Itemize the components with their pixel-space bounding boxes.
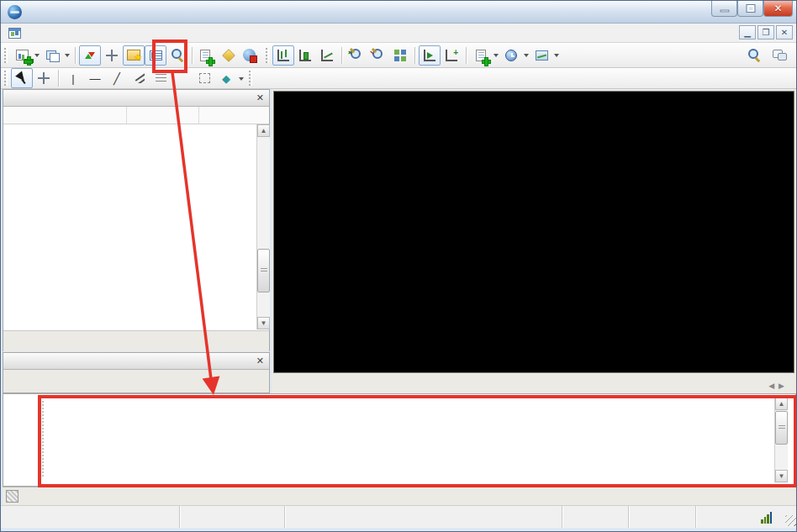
mdi-minimize-button[interactable]: ▁: [739, 25, 756, 40]
text-button[interactable]: [172, 68, 193, 88]
scrollbar-thumb[interactable]: [257, 249, 270, 292]
indicators-dropdown-icon[interactable]: [494, 54, 499, 60]
navigator-icon: [127, 50, 140, 61]
market-watch-scrollbar[interactable]: ▲ ▼: [256, 124, 270, 329]
scroll-up-icon[interactable]: ▲: [257, 124, 270, 137]
terminal-tab-bar: [3, 487, 796, 505]
zoom-out-icon: [372, 49, 385, 61]
crosshair-icon: [38, 72, 50, 84]
market-watch-close-icon[interactable]: ✕: [256, 92, 264, 103]
shapes-icon: ◆: [222, 72, 230, 85]
line-chart-icon: [321, 50, 333, 61]
terminal-scrollbar[interactable]: ▲ ▼: [774, 398, 788, 482]
navigator-close-icon[interactable]: ✕: [256, 356, 264, 366]
horizontal-line-button[interactable]: —: [84, 68, 106, 88]
close-button[interactable]: ✕: [763, 1, 793, 17]
trendline-button[interactable]: ╱: [106, 68, 128, 88]
toolbar-grip[interactable]: [4, 48, 8, 63]
new-order-button[interactable]: [196, 45, 218, 66]
crosshair-button[interactable]: [33, 68, 55, 88]
chart-shift-icon: [446, 50, 457, 61]
new-chart-button[interactable]: [11, 45, 33, 66]
profiles-button[interactable]: [41, 45, 63, 66]
status-cell: [562, 506, 629, 528]
title-bar: ✕: [1, 1, 797, 24]
bar-chart-icon: [277, 50, 289, 61]
tile-windows-button[interactable]: [389, 45, 411, 66]
toolbar-grip[interactable]: [249, 71, 252, 86]
profiles-dropdown-icon[interactable]: [65, 54, 70, 60]
status-cell: [285, 506, 562, 528]
zoom-in-button[interactable]: [346, 45, 367, 66]
indicators-button[interactable]: [470, 45, 492, 66]
new-chart-icon: [16, 50, 29, 61]
data-window-icon: [106, 50, 118, 61]
fibonacci-button[interactable]: [150, 68, 172, 88]
autotrading-button[interactable]: [240, 45, 262, 66]
standard-toolbar: [1, 43, 797, 68]
data-window-button[interactable]: [101, 45, 123, 66]
chart-candles-button[interactable]: [294, 45, 316, 66]
fibonacci-icon: [156, 74, 166, 83]
scrollbar-thumb[interactable]: [775, 411, 788, 445]
chat-icon[interactable]: [773, 50, 786, 61]
status-profile[interactable]: [180, 506, 285, 528]
trendline-icon: ╱: [113, 72, 120, 85]
market-watch-icon: [84, 50, 96, 61]
zoom-out-button[interactable]: [367, 45, 389, 66]
metaeditor-button[interactable]: [218, 45, 240, 66]
chart-shift-button[interactable]: [441, 45, 462, 66]
scroll-up-icon[interactable]: ▲: [775, 398, 788, 410]
toolbar-grip[interactable]: [4, 71, 8, 86]
column-ask[interactable]: [198, 107, 256, 124]
templates-dropdown-icon[interactable]: [554, 54, 559, 60]
periods-button[interactable]: [500, 45, 522, 66]
menu-bar: ▁ ❐ ✕: [1, 24, 797, 43]
channel-button[interactable]: [128, 68, 150, 88]
profiles-icon: [46, 50, 59, 61]
chart-window-icon: [8, 28, 21, 39]
chart-area[interactable]: [273, 91, 794, 373]
chart-bars-button[interactable]: [272, 45, 294, 66]
chart-line-button[interactable]: [316, 45, 338, 66]
terminal-grip[interactable]: [42, 401, 45, 477]
status-cell: [629, 506, 696, 528]
cursor-button[interactable]: [11, 68, 33, 88]
vertical-line-button[interactable]: |: [62, 68, 84, 88]
scroll-down-icon[interactable]: ▼: [775, 470, 788, 482]
tab-scroll-arrows[interactable]: ◀ ▶: [768, 382, 784, 393]
vertical-line-icon: |: [71, 72, 74, 85]
channel-icon: [134, 73, 145, 83]
label-tool-icon: [199, 73, 210, 83]
scroll-down-icon[interactable]: ▼: [257, 317, 270, 329]
mdi-close-button[interactable]: ✕: [776, 25, 793, 40]
strategy-tester-button[interactable]: [166, 45, 188, 66]
shapes-dropdown-icon[interactable]: [239, 77, 244, 83]
resize-grip-icon[interactable]: [785, 515, 796, 526]
horizontal-line-icon: —: [90, 72, 101, 85]
metaeditor-icon: [222, 49, 235, 62]
navigator-panel: ✕: [3, 352, 270, 393]
label-button[interactable]: [193, 68, 215, 88]
market-watch-column-headers[interactable]: [3, 107, 269, 124]
autoscroll-button[interactable]: [419, 45, 441, 66]
restore-button[interactable]: [737, 1, 763, 17]
templates-button[interactable]: [530, 45, 552, 66]
periods-dropdown-icon[interactable]: [524, 54, 529, 60]
mdi-restore-button[interactable]: ❐: [757, 25, 774, 40]
terminal-button[interactable]: [145, 45, 166, 66]
minimize-button[interactable]: [711, 1, 737, 17]
toolbar-grip[interactable]: [266, 48, 269, 63]
chart-window: ◀ ▶: [272, 89, 796, 393]
connection-status-icon: [761, 512, 774, 524]
market-watch-toggle-button[interactable]: [79, 45, 101, 66]
price-chart[interactable]: [274, 92, 795, 374]
navigator-button[interactable]: [123, 45, 145, 66]
cursor-icon: [17, 72, 27, 84]
market-watch-header: ✕: [3, 90, 269, 107]
new-chart-dropdown-icon[interactable]: [34, 54, 40, 60]
shapes-button[interactable]: ◆: [215, 68, 237, 88]
status-help: [1, 506, 180, 528]
search-icon[interactable]: [748, 49, 761, 61]
column-bid[interactable]: [126, 107, 198, 124]
